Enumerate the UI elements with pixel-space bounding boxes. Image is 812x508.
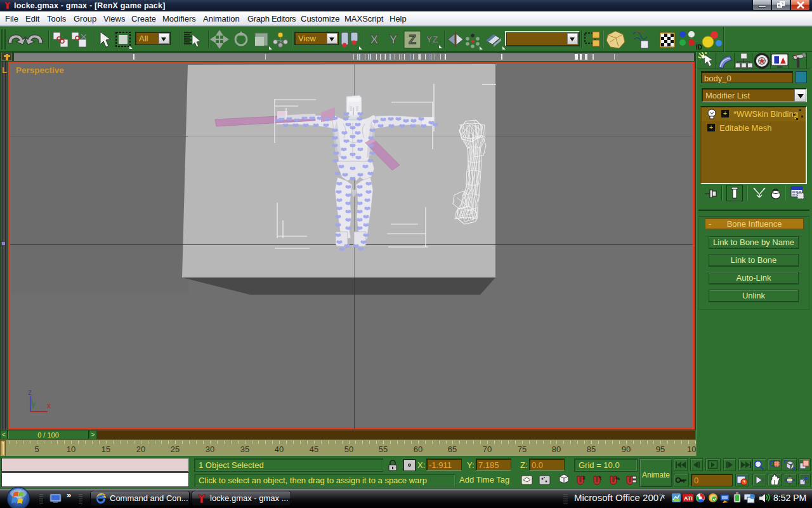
svg-text:L: L xyxy=(2,65,7,75)
svg-text:ID: ID xyxy=(696,44,702,51)
svg-text:ATI: ATI xyxy=(684,495,693,502)
svg-text:x: x xyxy=(47,401,51,410)
svg-text:3: 3 xyxy=(582,475,586,481)
svg-text:Y: Y xyxy=(389,32,398,46)
svg-text:Z: Z xyxy=(409,32,416,46)
svg-text:z: z xyxy=(28,388,32,397)
svg-text:Perspective: Perspective xyxy=(16,65,64,75)
svg-text:X: X xyxy=(370,32,379,46)
svg-text:%: % xyxy=(615,476,620,481)
svg-text:YZ: YZ xyxy=(426,34,438,44)
